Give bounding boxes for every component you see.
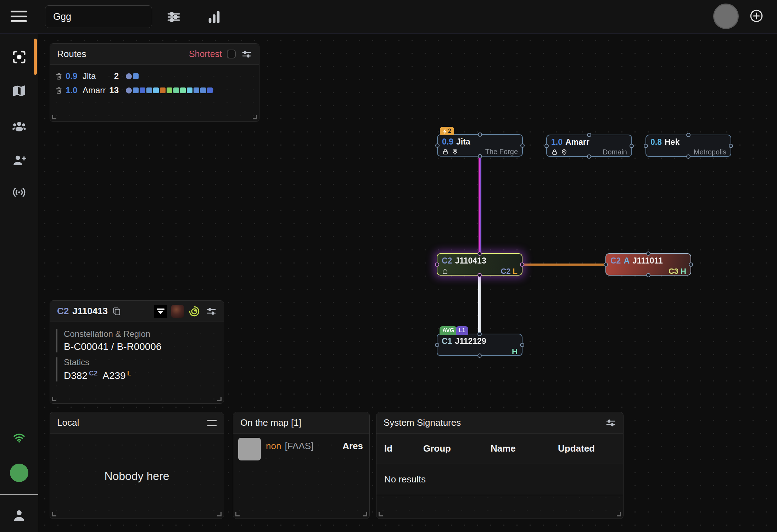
node-handle[interactable]: [435, 143, 440, 148]
node-handle[interactable]: [630, 144, 634, 148]
node-handle[interactable]: [435, 262, 439, 267]
map-node-j112129[interactable]: AVG L1 C1J112129 H: [437, 334, 522, 356]
bolt-icon: [443, 129, 447, 134]
delete-route-icon[interactable]: [55, 72, 63, 80]
pilot-ship: Ares: [342, 441, 363, 452]
resize-handle[interactable]: [617, 512, 621, 516]
node-handle[interactable]: [478, 132, 482, 137]
resize-handle[interactable]: [52, 512, 56, 516]
resize-handle[interactable]: [52, 397, 56, 401]
sidebar-item-map[interactable]: [0, 78, 38, 104]
menu-icon[interactable]: [11, 9, 27, 23]
add-button[interactable]: [749, 9, 764, 23]
node-handle[interactable]: [686, 154, 691, 159]
route-row-jita[interactable]: 0.9 Jita 2: [50, 69, 259, 83]
route-destination: Jita: [83, 71, 107, 81]
security-status: 0.9: [442, 137, 453, 147]
delete-route-icon[interactable]: [55, 86, 63, 94]
sidebar-item-broadcast[interactable]: [0, 180, 38, 205]
signatures-header[interactable]: System Signatures: [376, 412, 623, 434]
resize-handle[interactable]: [52, 115, 56, 119]
routes-panel-header[interactable]: Routes Shortest: [50, 44, 259, 65]
system-info-panel: C2 J110413 Constellation & Region B-C000…: [50, 300, 224, 404]
system-name: J110413: [72, 306, 108, 317]
activity-chart-icon[interactable]: [206, 9, 223, 26]
node-handle[interactable]: [646, 251, 650, 256]
resize-handle[interactable]: [379, 512, 383, 516]
map-node-hek[interactable]: 0.8Hek Metropolis: [645, 135, 731, 157]
map-name-select[interactable]: Ggg: [45, 5, 152, 28]
jump-dot: [173, 87, 179, 93]
connection-j110413-j112129[interactable]: [478, 276, 481, 334]
node-handle[interactable]: [604, 262, 608, 267]
system-name: Hek: [665, 137, 680, 147]
node-handle[interactable]: [587, 154, 591, 159]
system-name: J111011: [632, 256, 663, 266]
routes-title: Routes: [57, 49, 86, 60]
route-row-amarr[interactable]: 1.0 Amarr 13: [50, 83, 259, 97]
node-handle[interactable]: [520, 343, 524, 347]
route-mode-checkbox[interactable]: [227, 50, 236, 58]
route-jump-count: 2: [107, 71, 121, 81]
node-handle[interactable]: [587, 133, 591, 137]
routes-settings-icon[interactable]: [241, 49, 252, 60]
node-handle[interactable]: [477, 353, 482, 358]
local-empty-state: Nobody here: [50, 434, 224, 519]
pilot-row[interactable]: non [FAAS] Ares: [233, 434, 369, 460]
jump-dot: [187, 87, 192, 93]
jump-dot: [153, 87, 159, 93]
node-handle[interactable]: [689, 262, 693, 267]
user-avatar[interactable]: [713, 4, 739, 29]
sidebar-divider: [0, 494, 38, 495]
node-handle[interactable]: [477, 251, 482, 256]
column-group[interactable]: Group: [423, 443, 491, 454]
node-handle[interactable]: [644, 144, 648, 148]
filters-icon[interactable]: [165, 9, 182, 26]
system-info-header[interactable]: C2 J110413: [50, 301, 224, 322]
map-node-amarr[interactable]: 1.0Amarr Domain: [546, 135, 632, 157]
resize-handle[interactable]: [363, 512, 367, 516]
route-security: 0.9: [66, 71, 83, 81]
resize-handle[interactable]: [217, 512, 222, 516]
local-menu-icon[interactable]: [207, 420, 217, 426]
sidebar-item-profile[interactable]: [0, 503, 38, 528]
node-handle[interactable]: [520, 143, 525, 148]
status-indicator[interactable]: [0, 460, 38, 486]
column-id[interactable]: Id: [384, 443, 423, 454]
signatures-settings-icon[interactable]: [605, 418, 616, 428]
node-handle[interactable]: [646, 273, 650, 277]
connection-jita-j110413[interactable]: [479, 157, 481, 254]
resize-handle[interactable]: [253, 115, 257, 119]
resize-handle[interactable]: [217, 397, 222, 401]
map-node-j110413[interactable]: C2J110413 C2L: [437, 253, 522, 276]
section-label: Statics: [64, 357, 224, 367]
node-handle[interactable]: [686, 133, 691, 137]
on-the-map-header[interactable]: On the map [1]: [233, 412, 369, 434]
node-handle[interactable]: [435, 343, 439, 347]
map-node-j111011[interactable]: C2AJ111011 C3H: [605, 253, 691, 276]
security-indicator: H: [512, 347, 518, 356]
node-handle[interactable]: [477, 273, 482, 277]
node-handle[interactable]: [544, 144, 549, 148]
column-updated[interactable]: Updated: [558, 443, 623, 454]
node-handle[interactable]: [729, 144, 733, 148]
local-header[interactable]: Local: [50, 412, 224, 434]
copy-icon[interactable]: [112, 307, 121, 316]
map-node-jita[interactable]: 2 0.9Jita The Forge: [437, 134, 523, 157]
sidebar-item-add-character[interactable]: [0, 148, 38, 173]
resize-handle[interactable]: [235, 512, 240, 516]
node-handle[interactable]: [478, 154, 482, 158]
node-handle[interactable]: [477, 332, 482, 336]
avg-badge: AVG: [440, 326, 457, 335]
node-handle[interactable]: [520, 262, 524, 267]
pin-icon: [452, 148, 458, 155]
column-name[interactable]: Name: [491, 443, 558, 454]
connection-j110413-j111011[interactable]: [522, 264, 606, 266]
jump-dot: [140, 87, 145, 93]
scan-target-icon[interactable]: [188, 305, 200, 317]
sidebar-item-focus[interactable]: [0, 44, 38, 70]
sidebar-item-characters[interactable]: [0, 114, 38, 139]
region-name: The Forge: [485, 148, 518, 156]
system-settings-icon[interactable]: [206, 306, 217, 317]
system-name: Amarr: [565, 137, 589, 147]
